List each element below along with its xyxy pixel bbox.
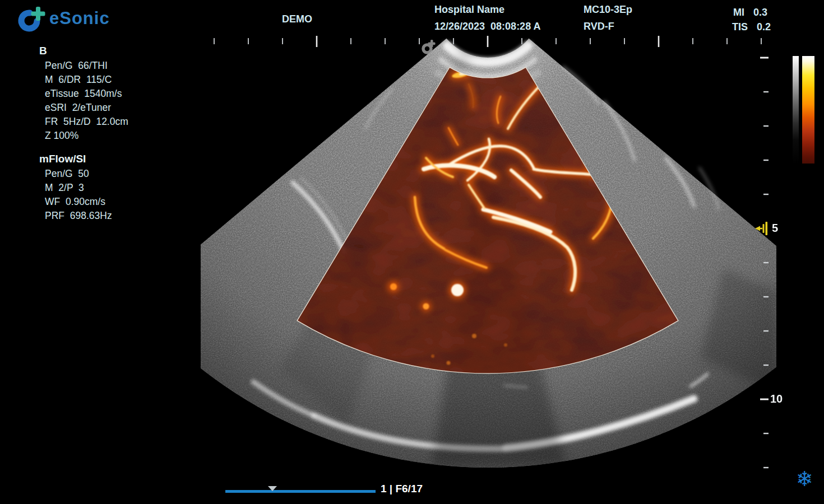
bmode-parameter-panel: B Pen/G 66/THI M 6/DR 115/C eTissue 1540… (39, 45, 128, 143)
param-line: Z 100% (39, 129, 128, 143)
mi-value: 0.3 (753, 7, 767, 18)
tis-label: TIS (732, 21, 748, 33)
param-line: eTissue 1540m/s (39, 87, 128, 101)
mi-indicator: MI 0.3 (733, 7, 767, 18)
datetime: 12/26/2023 08:08:28 A (434, 21, 540, 32)
esonic-logo: eSonic (17, 3, 110, 34)
exam-preset: RVD-F (584, 21, 614, 32)
brand-name: eSonic (49, 8, 110, 29)
mi-label: MI (733, 7, 744, 18)
bmode-title: B (39, 45, 128, 57)
param-line: M 6/DR 115/C (39, 73, 128, 87)
freeze-snowflake-icon: ❄ (796, 468, 813, 491)
ultrasound-screen: eSonic DEMO Hospital Name 12/26/2023 08:… (0, 0, 824, 504)
probe-model: MC10-3Ep (584, 4, 632, 16)
width-ruler (214, 36, 761, 47)
tis-value: 0.2 (757, 21, 771, 33)
param-line: eSRI 2/eTuner (39, 101, 128, 115)
grayscale-map-bar (793, 56, 799, 164)
param-line: FR 5Hz/D 12.0cm (39, 115, 128, 129)
esonic-logo-icon (17, 3, 48, 34)
cine-position-marker[interactable] (268, 486, 277, 491)
param-line: WF 0.90cm/s (39, 195, 112, 209)
param-line: Pen/G 50 (39, 167, 112, 181)
demo-label: DEMO (282, 13, 312, 25)
cine-frame-info: 1 | F6/17 (381, 483, 423, 495)
param-line: PRF 698.63Hz (39, 209, 112, 223)
mflow-color-map-bar (802, 56, 814, 164)
cine-scroll-bar[interactable] (225, 490, 376, 493)
tis-indicator: TIS 0.2 (732, 21, 771, 33)
mflow-title: mFlow/SI (39, 153, 112, 165)
mflow-parameter-panel: mFlow/SI Pen/G 50 M 2/P 3 WF 0.90cm/s PR… (39, 153, 112, 223)
param-line: M 2/P 3 (39, 181, 112, 195)
hospital-name: Hospital Name (434, 4, 504, 16)
depth-label-10: 10 (770, 393, 783, 405)
param-line: Pen/G 66/THI (39, 59, 128, 73)
depth-label-5: 5 (772, 222, 778, 235)
